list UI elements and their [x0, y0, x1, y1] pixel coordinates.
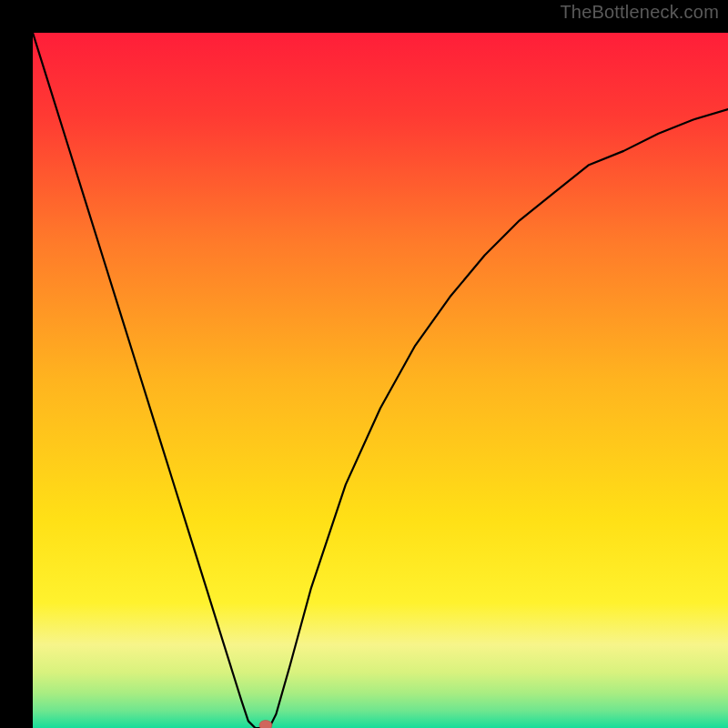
gradient-background	[33, 33, 728, 728]
optimal-point-marker	[259, 721, 272, 729]
bottleneck-chart	[33, 33, 728, 728]
chart-frame	[16, 16, 712, 712]
watermark-text: TheBottleneck.com	[560, 2, 719, 23]
